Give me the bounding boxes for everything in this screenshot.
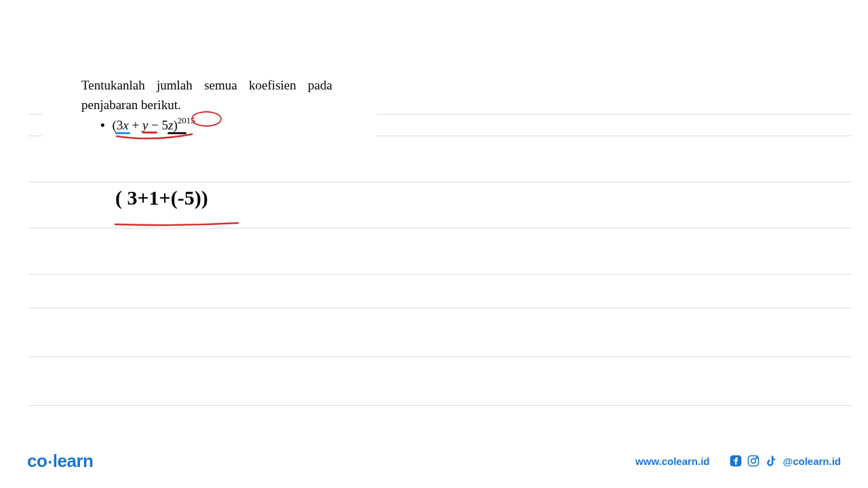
logo-dot-icon: • [48,457,51,468]
annotation-red-underline-working [114,221,239,228]
footer-right: www.colearn.id @colearn.id [635,454,841,468]
expr-exponent: 2015 [178,115,195,125]
ruled-line-stub-2 [28,136,42,136]
expr-var-x: x [123,118,128,132]
handwritten-working: ( 3+1+(-5)) [115,186,208,209]
social-handle[interactable]: @colearn.id [783,455,841,467]
tiktok-icon[interactable] [764,454,778,468]
worksheet-area: Tentukanlah jumlah semua koefisien pada … [0,0,868,434]
ruled-line-3 [28,182,851,182]
footer: co•learn www.colearn.id @colearn.id [0,434,868,488]
logo-part-learn: learn [53,451,94,471]
ruled-line-stub-1 [28,114,42,115]
ruled-line-4 [28,228,851,228]
expr-open: (3 [112,118,123,132]
expr-close: ) [173,118,177,132]
svg-point-3 [755,458,757,459]
ruled-line-right-2 [376,136,851,136]
expr-minus: − 5 [148,118,168,132]
website-link[interactable]: www.colearn.id [635,455,709,467]
social-links: @colearn.id [729,454,841,468]
logo-part-co: co [27,451,47,471]
problem-expression: • (3x + y − 5z)2015 [100,117,195,133]
svg-point-2 [751,459,755,464]
bullet-icon: • [100,118,105,132]
ruled-line-5 [28,274,851,274]
annotation-red-curve [115,132,193,142]
ruled-line-right-1 [376,114,851,115]
facebook-icon[interactable] [729,454,743,468]
instagram-icon[interactable] [747,454,760,468]
ruled-line-6 [28,308,851,308]
ruled-line-7 [28,357,851,357]
expr-plus: + [129,118,142,132]
ruled-line-8 [28,405,851,406]
brand-logo: co•learn [27,451,93,472]
problem-instruction: Tentukanlah jumlah semua koefisien pada … [81,76,332,115]
